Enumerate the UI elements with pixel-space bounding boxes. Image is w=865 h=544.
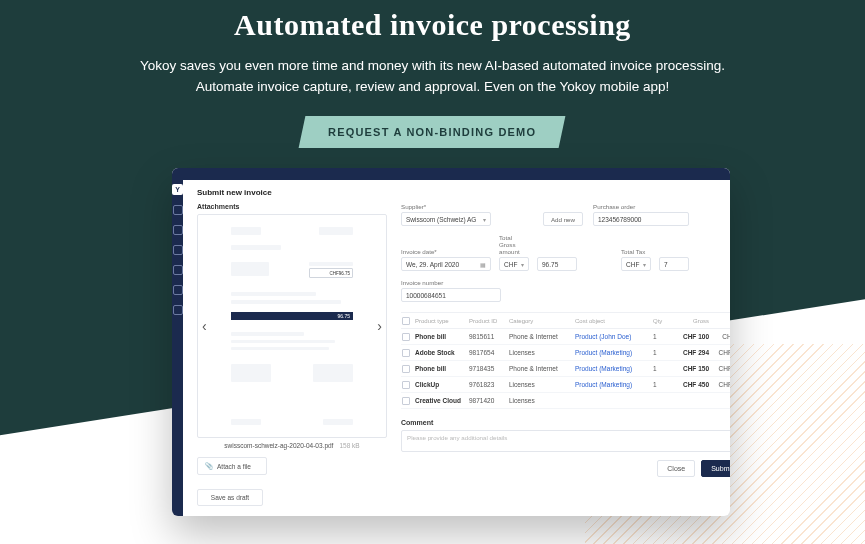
table-row: ClickUp9761823LicensesProduct (Marketing… <box>401 377 730 393</box>
comment-textarea[interactable]: Please provide any additional details <box>401 430 730 452</box>
cell-cost-object[interactable]: Product (Marketing) <box>575 349 653 356</box>
attachments-label: Attachments <box>197 203 387 210</box>
cell-tax: CHF 32 <box>711 381 730 388</box>
nav-icon[interactable] <box>173 265 183 275</box>
cell-product-id: 9761823 <box>469 381 509 388</box>
cell-product-type: ClickUp <box>415 381 469 388</box>
add-new-supplier-button[interactable]: Add new <box>543 212 583 226</box>
app-sidebar <box>172 180 183 516</box>
row-checkbox[interactable] <box>402 333 410 341</box>
gross-label: Total Gross amount <box>499 234 529 255</box>
cell-tax: CHF 11 <box>711 365 730 372</box>
hero-title: Automated invoice processing <box>0 8 865 42</box>
cell-product-type: Phone bill <box>415 365 469 372</box>
cell-category: Licenses <box>509 381 575 388</box>
cell-category: Phone & Internet <box>509 333 575 340</box>
tax-label: Total Tax <box>621 248 651 255</box>
save-draft-button[interactable]: Save as draft <box>197 489 263 506</box>
page-title: Submit new invoice <box>197 188 730 197</box>
cell-gross: CHF 294 <box>673 349 711 356</box>
cell-product-id: 9815611 <box>469 333 509 340</box>
tax-currency-select[interactable]: CHF▾ <box>621 257 651 271</box>
supplier-label: Supplier* <box>401 203 533 210</box>
po-label: Purchase order <box>593 203 689 210</box>
cell-qty: 1 <box>653 349 673 356</box>
cell-product-type: Creative Cloud <box>415 397 469 404</box>
cell-product-type: Adobe Stock <box>415 349 469 356</box>
cell-product-type: Phone bill <box>415 333 469 340</box>
table-header: Product type Product ID Category Cost ob… <box>401 313 730 329</box>
request-demo-button[interactable]: REQUEST A NON-BINDING DEMO <box>299 116 566 148</box>
hero-subtitle: Yokoy saves you even more time and money… <box>123 56 743 98</box>
row-checkbox[interactable] <box>402 349 410 357</box>
cell-gross: CHF 100 <box>673 333 711 340</box>
tax-amount-input[interactable]: 7 <box>659 257 689 271</box>
nav-icon[interactable] <box>173 205 183 215</box>
invoice-number-input[interactable]: 10000684651 <box>401 288 501 302</box>
cell-cost-object[interactable]: Product (Marketing) <box>575 365 653 372</box>
app-topbar <box>172 168 730 180</box>
calendar-icon: ▦ <box>480 261 486 268</box>
comment-label: Comment <box>401 419 730 426</box>
supplier-select[interactable]: Swisscom (Schweiz) AG▾ <box>401 212 491 226</box>
prev-page-icon[interactable]: ‹ <box>202 318 207 334</box>
cell-category: Licenses <box>509 349 575 356</box>
cell-qty: 1 <box>653 333 673 340</box>
submit-button[interactable]: Submit <box>701 460 730 477</box>
nav-icon[interactable] <box>173 285 183 295</box>
row-checkbox[interactable] <box>402 397 410 405</box>
cell-product-id: 9718435 <box>469 365 509 372</box>
invoice-document: CHF 96.75 96.75 <box>227 223 357 429</box>
attach-file-button[interactable]: 📎Attach a file <box>197 457 267 475</box>
po-input[interactable]: 123456789000 <box>593 212 689 226</box>
chevron-down-icon: ▾ <box>483 216 486 223</box>
table-row: Phone bill9718435Phone & InternetProduct… <box>401 361 730 377</box>
table-row: Phone bill9815611Phone & InternetProduct… <box>401 329 730 345</box>
next-page-icon[interactable]: › <box>377 318 382 334</box>
line-items-table: Product type Product ID Category Cost ob… <box>401 312 730 409</box>
attachment-preview: ‹ › CHF 96.75 96.75 <box>197 214 387 438</box>
cell-qty: 1 <box>653 365 673 372</box>
cell-product-id: 9817654 <box>469 349 509 356</box>
close-button[interactable]: Close <box>657 460 695 477</box>
nav-icon[interactable] <box>173 245 183 255</box>
cell-cost-object[interactable]: Product (John Doe) <box>575 333 653 340</box>
table-row: Creative Cloud9871420Licenses <box>401 393 730 409</box>
row-checkbox[interactable] <box>402 381 410 389</box>
attachment-filename: swisscom-schweiz-ag-2020-04-03.pdf158 kB <box>197 442 387 449</box>
row-checkbox[interactable] <box>402 365 410 373</box>
cell-gross: CHF 150 <box>673 365 711 372</box>
invoice-number-label: Invoice number <box>401 279 501 286</box>
paperclip-icon: 📎 <box>205 462 213 470</box>
invoice-date-input[interactable]: We, 29. April 2020▦ <box>401 257 491 271</box>
select-all-checkbox[interactable] <box>402 317 410 325</box>
nav-icon[interactable] <box>173 225 183 235</box>
gross-currency-select[interactable]: CHF▾ <box>499 257 529 271</box>
nav-icon[interactable] <box>173 305 183 315</box>
app-screenshot: Submit new invoice Attachments ‹ › CHF 9… <box>172 168 730 516</box>
cell-gross: CHF 450 <box>673 381 711 388</box>
cell-category: Licenses <box>509 397 575 404</box>
logo-icon <box>172 184 183 195</box>
cell-cost-object[interactable]: Product (Marketing) <box>575 381 653 388</box>
cell-tax: CHF 21 <box>711 349 730 356</box>
table-row: Adobe Stock9817654LicensesProduct (Marke… <box>401 345 730 361</box>
gross-amount-input[interactable]: 96.75 <box>537 257 577 271</box>
cell-product-id: 9871420 <box>469 397 509 404</box>
invoice-date-label: Invoice date* <box>401 248 491 255</box>
cell-qty: 1 <box>653 381 673 388</box>
cell-category: Phone & Internet <box>509 365 575 372</box>
cell-tax: CHF 7 <box>711 333 730 340</box>
